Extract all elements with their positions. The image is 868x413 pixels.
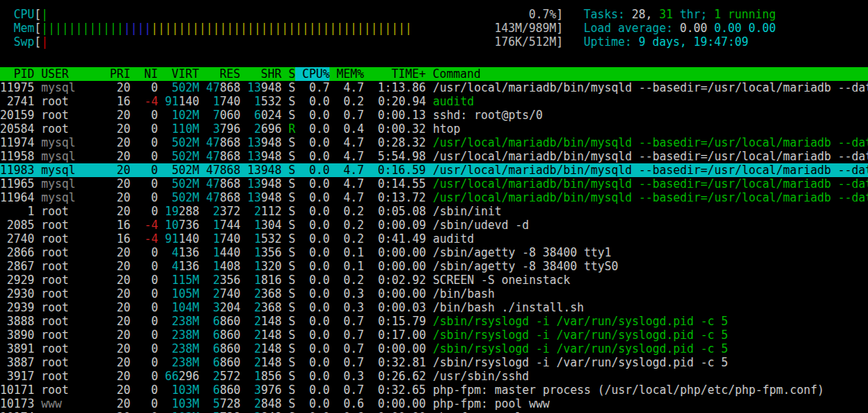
cell-time: 0:00.00 [378,287,426,301]
cell-time: 0:00.00 [378,260,426,273]
process-row[interactable]: 10171 root 20 0 103M 6860 3976 S 0.0 0.7… [0,383,868,397]
pad [130,397,151,411]
process-row[interactable]: 2741 root 16 -4 91140 1740 1532 S 0.0 0.… [0,95,868,108]
cell-res: 740 [220,287,240,301]
cell-s: S [288,150,295,163]
column-header-ni[interactable]: NI [130,67,158,81]
process-row[interactable]: 3917 root 20 0 66296 2572 1856 S 0.0 0.3… [0,369,868,383]
pad [240,273,254,287]
process-row[interactable]: 20159 root 20 0 102M 7060 6024 S 0.0 0.7… [0,108,868,122]
pad [199,95,213,108]
cell-cpu: 0.0 [309,260,330,273]
gap [281,383,288,397]
cell-shr: 024 [261,108,281,122]
uptime-segment: Uptime: [583,35,638,49]
cell-pid: 11983 [0,163,34,177]
column-header-s[interactable]: S [288,67,295,81]
column-header-mem[interactable]: MEM% [330,67,364,81]
pad [330,163,343,177]
pad [103,369,117,383]
pad [199,205,213,218]
cell-virt: 502M [172,163,199,177]
pad [0,218,7,232]
cell-ni: 0 [151,301,158,315]
pad [240,328,254,342]
process-row[interactable]: 20584 root 20 0 110M 3796 2696 R 0.0 0.4… [0,122,868,136]
cell-user: root [41,218,69,232]
cell-user: mysql [41,136,76,150]
cell-user: mysql [41,163,76,177]
process-row[interactable]: 10173 www 20 0 103M 5728 2848 S 0.0 0.6 … [0,397,868,411]
cell-user: www [41,397,62,411]
cell-virt: 105M [172,287,199,301]
pad [330,246,343,260]
cell-virt: 288 [178,205,199,218]
process-row-selected[interactable]: 11983 mysql 20 0 502M 47868 13948 S 0.0 … [0,163,868,177]
column-header-pri[interactable]: PRI [103,67,130,81]
cell-res: 740 [220,95,240,108]
process-row[interactable]: 11965 mysql 20 0 502M 47868 13948 S 0.0 … [0,177,868,191]
pad [130,95,144,108]
cell-s: S [288,356,295,369]
process-row[interactable]: 3888 root 20 0 238M 6860 2148 S 0.0 0.7 … [0,315,868,328]
meter-close-bracket: ] [556,35,563,49]
column-header-cpu[interactable]: CPU% [295,67,330,81]
process-row[interactable]: 2930 root 20 0 105M 2740 2368 S 0.0 0.3 … [0,287,868,301]
pad [130,301,151,315]
cell-shr: 356 [261,246,281,260]
pad [103,246,117,260]
pad [76,136,103,150]
cell-mem: 0.1 [343,246,364,260]
column-header-virt[interactable]: VIRT [158,67,199,81]
cell-cmd: /usr/local/mariadb/bin/mysqld --basedir=… [432,191,868,205]
column-header-pid[interactable]: PID [0,67,34,81]
cell-pri: 20 [117,136,130,150]
process-row[interactable]: 11958 mysql 20 0 502M 47868 13948 S 0.0 … [0,150,868,163]
process-row[interactable]: 3891 root 20 0 238M 6860 2148 S 0.0 0.7 … [0,342,868,356]
process-row[interactable]: 1 root 20 0 19288 2372 2112 S 0.0 0.2 0:… [0,205,868,218]
process-row[interactable]: 3890 root 20 0 238M 6860 2148 S 0.0 0.7 … [0,328,868,342]
cell-shr: 948 [261,191,281,205]
process-row[interactable]: 2740 root 16 -4 91140 1740 1532 S 0.0 0.… [0,232,868,246]
pad [295,315,309,328]
cell-cpu: 0.0 [309,315,330,328]
cell-s: S [288,95,295,108]
column-header-shr[interactable]: SHR [240,67,281,81]
gap [34,150,41,163]
cell-shr-mb: 13 [247,177,261,191]
process-row[interactable]: 2929 root 20 0 115M 2356 1816 S 0.0 0.2 … [0,273,868,287]
cell-res-mb: 6 [213,383,220,397]
cpu-meter-value: 0.7% [529,8,556,21]
column-header-user[interactable]: USER [41,67,103,81]
cell-res: 060 [220,108,240,122]
column-header-time[interactable]: TIME+ [364,67,426,81]
process-row[interactable]: 11974 mysql 20 0 502M 47868 13948 S 0.0 … [0,136,868,150]
pad [199,81,206,95]
column-header-res[interactable]: RES [199,67,240,81]
process-row[interactable]: 11964 mysql 20 0 502M 47868 13948 S 0.0 … [0,191,868,205]
cell-s: S [288,246,295,260]
pad [240,122,254,136]
process-row[interactable]: 11975 mysql 20 0 502M 47868 13948 S 0.7 … [0,81,868,95]
pad [69,218,103,232]
cell-pri: 20 [117,369,130,383]
cell-mem: 4.7 [343,177,364,191]
process-row[interactable]: 2085 root 16 -4 10736 1744 1304 S 0.0 0.… [0,218,868,232]
gap [281,191,288,205]
process-row[interactable]: 3887 root 20 0 238M 6860 2148 S 0.0 0.7 … [0,356,868,369]
process-row[interactable]: 2866 root 20 0 4136 1440 1356 S 0.0 0.1 … [0,246,868,260]
cell-ni: 0 [151,287,158,301]
column-header-cmd[interactable]: Command [432,67,481,81]
pad [130,287,151,301]
process-row[interactable]: 2867 root 20 0 4136 1408 1320 S 0.0 0.1 … [0,260,868,273]
gap [34,383,41,397]
cell-pri: 20 [117,328,130,342]
pad [69,260,103,273]
cell-shr-mb: 1 [254,273,261,287]
cell-cpu: 0.0 [309,369,330,383]
process-row[interactable]: 2939 root 20 0 104M 3204 2368 S 0.0 0.3 … [0,301,868,315]
cell-shr: 948 [261,81,281,95]
cell-pid: 3887 [7,356,34,369]
cell-res: 408 [220,260,240,273]
pad [295,150,309,163]
